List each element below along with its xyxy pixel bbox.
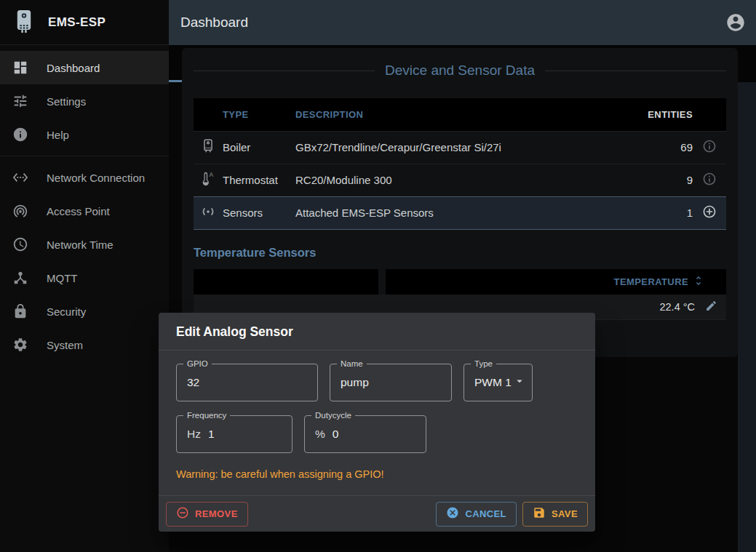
gpio-field-label: GPIO [183, 359, 212, 369]
gpio-warning-text: Warning: be careful when assigning a GPI… [176, 468, 578, 480]
gpio-field[interactable]: GPIO 32 [176, 364, 318, 401]
ems-esp-app: EMS-ESP Dashboard Settings Help Network … [0, 0, 756, 552]
save-floppy-icon [533, 506, 546, 521]
remove-button-label: REMOVE [195, 508, 238, 519]
remove-button[interactable]: REMOVE [166, 502, 248, 527]
dialog-actions: REMOVE CANCEL SAVE [159, 495, 595, 532]
type-select[interactable]: Type PWM 1 [463, 364, 533, 401]
cancel-circle-icon [446, 506, 459, 521]
frequency-field-value: 1 [208, 428, 215, 441]
frequency-field[interactable]: Frequency Hz 1 [176, 415, 293, 453]
save-button[interactable]: SAVE [522, 502, 588, 527]
frequency-field-label: Frequency [183, 411, 230, 420]
name-field-label: Name [337, 359, 367, 369]
name-field-value: pump [341, 376, 369, 389]
dialog-body: GPIO 32 Name pump Type PWM 1 Frequency H… [159, 351, 595, 495]
cancel-button-label: CANCEL [465, 508, 506, 519]
dutycycle-field[interactable]: Dutycycle % 0 [304, 415, 426, 453]
cancel-button[interactable]: CANCEL [436, 502, 517, 527]
type-select-label: Type [471, 359, 496, 369]
dutycycle-unit-prefix: % [315, 428, 325, 441]
type-select-value: PWM 1 [474, 376, 512, 389]
dutycycle-field-value: 0 [333, 428, 339, 441]
name-field[interactable]: Name pump [330, 364, 452, 401]
gpio-field-value: 32 [187, 376, 199, 389]
remove-circle-icon [176, 506, 189, 521]
save-button-label: SAVE [552, 508, 578, 519]
frequency-unit-prefix: Hz [187, 428, 201, 441]
dutycycle-field-label: Dutycycle [311, 411, 355, 420]
dialog-title: Edit Analog Sensor [159, 313, 595, 351]
edit-analog-sensor-dialog: Edit Analog Sensor GPIO 32 Name pump Typ… [159, 313, 595, 532]
chevron-down-icon [513, 375, 522, 391]
